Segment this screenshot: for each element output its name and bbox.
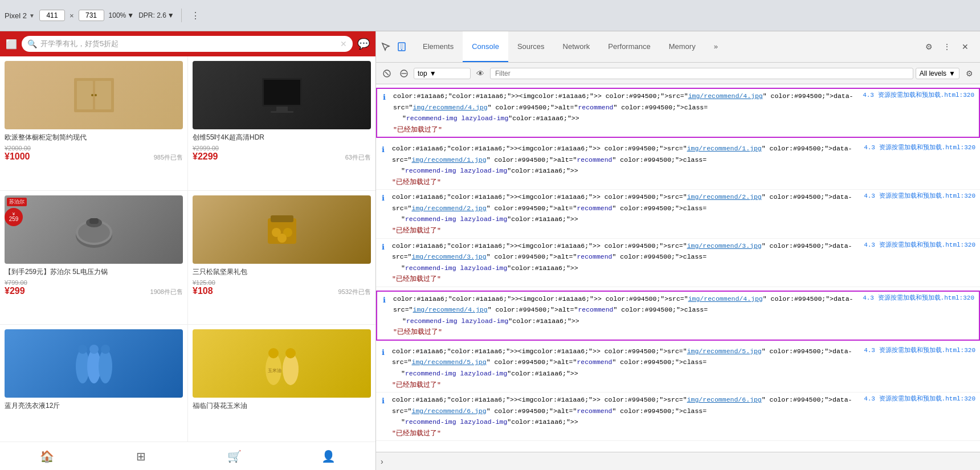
product-image <box>193 195 371 264</box>
zoom-selector[interactable]: 100% ▼ <box>109 11 134 19</box>
svg-line-34 <box>385 72 389 75</box>
inspect-element-button[interactable] <box>378 39 393 54</box>
dpr-selector[interactable]: DPR: 2.6 ▼ <box>138 11 174 19</box>
categories-icon: ⊞ <box>136 449 146 463</box>
svg-text:玉米油: 玉米油 <box>268 368 281 373</box>
console-entry: ℹcolor:#1a1aa6;"color:#1a1aa6;">><imgcol… <box>376 344 980 393</box>
log-info-icon: ℹ <box>382 145 385 154</box>
console-entry-content: color:#1a1aa6;"color:#1a1aa6;">><imgcolo… <box>391 292 860 340</box>
log-info-icon: ℹ <box>382 194 385 203</box>
console-entry-source[interactable]: 4.3 资源按需加载和预加载.html:320 <box>861 239 980 251</box>
more-icon[interactable]: ⋮ <box>939 39 955 55</box>
width-input[interactable] <box>39 10 65 21</box>
devtools-header-icons: ⚙ ⋮ ✕ <box>921 39 978 55</box>
device-dropdown-icon: ▼ <box>29 13 35 19</box>
console-line-3: "已经加载过了" <box>392 273 859 285</box>
console-entry: ℹcolor:#1a1aa6;"color:#1a1aa6;">><imgcol… <box>376 393 980 441</box>
mobile-search-bar[interactable]: 🔍 开学季有礼，好货5折起 ✕ <box>22 36 353 52</box>
devtools-panel: Elements Console Sources Network Perform… <box>376 31 980 470</box>
console-entry-source[interactable]: 4.3 资源按需加载和预加载.html:320 <box>861 141 980 153</box>
svg-rect-1 <box>77 81 93 109</box>
tab-memory[interactable]: Memory <box>660 31 705 62</box>
tab-sources[interactable]: Sources <box>508 31 554 62</box>
product-name: 创维55吋4K超高清HDR <box>193 133 371 142</box>
console-entry-source[interactable]: 4.3 资源按需加载和预加载.html:320 <box>861 190 980 202</box>
separator <box>181 9 182 22</box>
console-entry: ℹcolor:#1a1aa6;"color:#1a1aa6;">><imgcol… <box>376 88 980 138</box>
filter-input[interactable] <box>490 68 913 79</box>
console-line-2: "recommend-img lazyload-img"color:#1a1aa… <box>393 316 858 327</box>
footer-profile[interactable]: 👤 <box>281 449 375 463</box>
svg-point-4 <box>95 94 97 96</box>
tab-elements[interactable]: Elements <box>414 31 463 62</box>
log-info-icon: ℹ <box>383 93 386 102</box>
footer-categories[interactable]: ⊞ <box>94 449 188 463</box>
product-name: 三只松鼠坚果礼包 <box>193 267 371 277</box>
console-line-3: "已经加载过了" <box>393 326 858 338</box>
product-card[interactable]: 苏泊尔 ¥259 【到手259元】苏泊尔 5L电压力锅 ¥799.00 ¥299… <box>0 191 187 325</box>
product-name: 蓝月亮洗衣液12斤 <box>5 401 183 411</box>
block-icon[interactable] <box>397 66 411 81</box>
product-price: ¥2299 <box>193 152 218 162</box>
mobile-message-icon[interactable]: 💬 <box>357 38 370 50</box>
more-button[interactable]: ⋮ <box>189 10 202 21</box>
tab-more[interactable]: » <box>705 31 727 62</box>
product-image <box>5 329 183 398</box>
tab-network[interactable]: Network <box>554 31 599 62</box>
console-settings-button[interactable]: ⚙ <box>962 66 977 81</box>
product-sold-count: 63件已售 <box>345 153 371 162</box>
product-card[interactable]: 欧派整体橱柜定制简约现代 ¥2000.00 ¥1000 985件已售 <box>0 56 187 190</box>
clear-console-button[interactable] <box>379 66 394 81</box>
search-icon: 🔍 <box>27 39 37 48</box>
console-line-1: color:#1a1aa6;"color:#1a1aa6;">><imgcolo… <box>392 394 859 416</box>
device-toggle-button[interactable] <box>394 39 409 54</box>
product-sold-count: 985件已售 <box>154 153 183 162</box>
console-entry-source[interactable]: 4.3 资源按需加载和预加载.html:320 <box>860 292 979 304</box>
console-footer: › <box>376 452 980 470</box>
context-selector[interactable]: top ▼ <box>414 68 471 79</box>
product-card[interactable]: 三只松鼠坚果礼包 ¥125.00 ¥108 9532件已售 <box>188 191 375 325</box>
product-image <box>193 61 371 129</box>
height-input[interactable] <box>79 10 104 21</box>
console-line-3: "已经加载过了" <box>393 124 858 136</box>
devtools-tabs: Elements Console Sources Network Perform… <box>414 31 727 62</box>
dpr-dropdown-icon: ▼ <box>168 11 174 19</box>
product-name: 欧派整体橱柜定制简约现代 <box>5 133 183 142</box>
console-prompt: › <box>381 457 383 466</box>
product-price: ¥1000 <box>5 152 30 162</box>
console-line-2: "recommend-img lazyload-img"color:#1a1aa… <box>392 263 859 274</box>
eye-button[interactable]: 👁 <box>473 66 488 81</box>
svg-rect-2 <box>95 81 111 109</box>
console-entry-source[interactable]: 4.3 资源按需加载和预加载.html:320 <box>861 344 980 356</box>
search-clear-icon[interactable]: ✕ <box>340 39 347 48</box>
product-price: ¥108 <box>193 286 213 296</box>
svg-point-18 <box>277 234 287 243</box>
console-entry-source[interactable]: 4.3 资源按需加载和预加载.html:320 <box>861 393 980 404</box>
tab-performance[interactable]: Performance <box>599 31 659 62</box>
product-grid: 欧派整体橱柜定制简约现代 ¥2000.00 ¥1000 985件已售 创维55吋… <box>0 56 375 442</box>
svg-point-3 <box>91 94 93 96</box>
browser-toolbar: Pixel 2 ▼ × 100% ▼ DPR: 2.6 ▼ ⋮ <box>0 0 980 31</box>
product-image <box>5 61 183 129</box>
settings-icon[interactable]: ⚙ <box>921 39 937 55</box>
cart-icon: 🛒 <box>227 449 242 463</box>
mobile-header: ⬜ 🔍 开学季有礼，好货5折起 ✕ 💬 <box>0 31 375 56</box>
product-image: 玉米油 <box>193 329 371 398</box>
log-info-icon: ℹ <box>382 243 385 252</box>
product-card[interactable]: 蓝月亮洗衣液12斤 <box>0 325 187 442</box>
device-selector[interactable]: Pixel 2 ▼ <box>5 11 35 20</box>
close-icon[interactable]: ✕ <box>957 39 973 55</box>
mobile-preview: ⬜ 🔍 开学季有礼，好货5折起 ✕ 💬 欧派整体橱柜定制简约现代 ¥2000.0… <box>0 31 376 470</box>
mobile-home-icon[interactable]: ⬜ <box>6 39 17 50</box>
product-card[interactable]: 创维55吋4K超高清HDR ¥2999.00 ¥2299 63件已售 <box>188 56 375 190</box>
console-entry-source[interactable]: 4.3 资源按需加载和预加载.html:320 <box>860 89 979 101</box>
footer-home[interactable]: 🏠 <box>0 449 94 463</box>
product-name: 【到手259元】苏泊尔 5L电压力锅 <box>5 267 183 277</box>
tab-console[interactable]: Console <box>463 31 508 62</box>
console-line-1: color:#1a1aa6;"color:#1a1aa6;">><imgcolo… <box>392 143 859 165</box>
footer-cart[interactable]: 🛒 <box>188 449 282 463</box>
console-entry: ℹcolor:#1a1aa6;"color:#1a1aa6;">><imgcol… <box>376 190 980 238</box>
product-price: ¥299 <box>5 286 25 296</box>
product-card[interactable]: 玉米油 福临门葵花玉米油 <box>188 325 375 442</box>
level-selector[interactable]: All levels ▼ <box>916 68 959 79</box>
